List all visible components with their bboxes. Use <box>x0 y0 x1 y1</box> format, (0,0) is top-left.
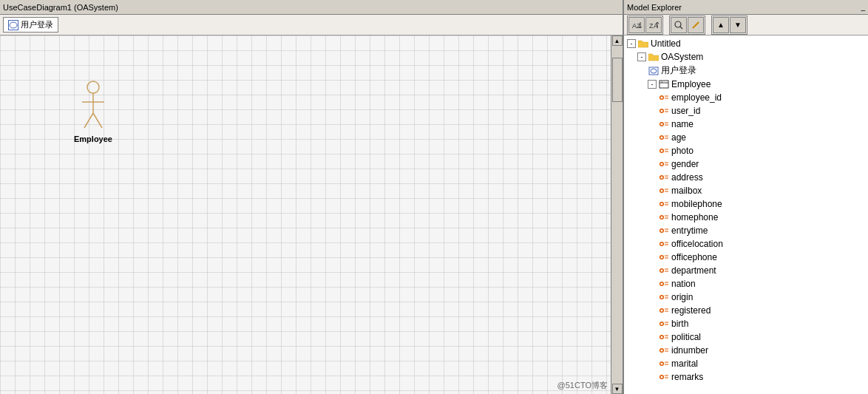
field-icon-officephone <box>658 251 670 263</box>
scroll-thumb[interactable] <box>612 58 623 102</box>
tree-node-political[interactable]: political <box>624 330 868 344</box>
action-group <box>669 16 705 35</box>
svg-point-20 <box>661 97 663 99</box>
tree-node-officephone[interactable]: officephone <box>624 251 868 264</box>
field-icon-age <box>658 132 670 143</box>
tree-node-photo[interactable]: photo <box>624 144 868 157</box>
svg-point-48 <box>661 190 663 192</box>
tree-node-idnumber[interactable]: idnumber <box>624 344 868 357</box>
svg-point-96 <box>661 350 663 352</box>
tree-node-marital[interactable]: marital <box>624 357 868 370</box>
nav-up-btn[interactable]: ▲ <box>713 17 729 33</box>
field-icon-employee_id <box>658 92 670 103</box>
field-icon-registered <box>658 305 670 316</box>
diagram-panel: 用户登录 <box>0 15 624 394</box>
right-title: Model Explorer _ <box>624 0 868 14</box>
diagram-toolbar: 用户登录 <box>0 15 623 35</box>
tree-node-mobilephone[interactable]: mobilephone <box>624 197 868 211</box>
svg-point-76 <box>661 283 663 285</box>
expand-oasystem[interactable]: - <box>637 52 646 61</box>
search-btn[interactable] <box>671 17 687 33</box>
label-origin: origin <box>671 292 693 302</box>
diagram-canvas-area: Employee @51CTO博客 ▲ ▼ <box>0 35 623 394</box>
svg-line-4 <box>84 113 93 128</box>
tree-node-nation[interactable]: nation <box>624 277 868 291</box>
field-icon-homephone <box>658 211 670 223</box>
field-icon-origin <box>658 291 670 303</box>
tree-node-employee[interactable]: - ✦ Employee <box>624 78 868 91</box>
minimize-icon[interactable]: _ <box>861 3 865 11</box>
label-age: age <box>671 132 686 143</box>
tree-node-gender[interactable]: gender <box>624 157 868 171</box>
tree-node-usecase[interactable]: 用户登录 <box>624 64 868 78</box>
node-usecase-label: 用户登录 <box>661 64 696 77</box>
tree-node-origin[interactable]: origin <box>624 291 868 304</box>
actor-svg <box>78 80 108 132</box>
tree-node-address[interactable]: address <box>624 171 868 184</box>
diagram-canvas[interactable]: Employee @51CTO博客 <box>0 35 611 394</box>
sort-asc-btn[interactable]: AZ <box>628 17 645 33</box>
label-name: name <box>671 119 694 129</box>
tree-node-homephone[interactable]: homephone <box>624 211 868 224</box>
tree-node-employee_id[interactable]: employee_id <box>624 91 868 104</box>
vertical-scrollbar[interactable]: ▲ ▼ <box>611 35 623 394</box>
wand-btn[interactable] <box>688 17 704 33</box>
tree-node-oasystem[interactable]: - OASystem <box>624 50 868 64</box>
svg-point-104 <box>661 376 663 378</box>
tree-node-mailbox[interactable]: mailbox <box>624 184 868 197</box>
label-gender: gender <box>671 159 699 169</box>
tree-node-age[interactable]: age <box>624 131 868 144</box>
field-icon-department <box>658 265 670 276</box>
field-icon-entrytime <box>658 225 670 237</box>
label-nation: nation <box>671 279 696 289</box>
expand-employee[interactable]: - <box>648 80 657 89</box>
scroll-up-btn[interactable]: ▲ <box>612 35 623 46</box>
label-photo: photo <box>671 146 694 156</box>
tree-node-remarks[interactable]: remarks <box>624 370 868 384</box>
sort-desc-btn[interactable]: ZA <box>645 17 662 33</box>
scroll-down-btn[interactable]: ▼ <box>612 384 623 394</box>
tree-node-officelocation[interactable]: officelocation <box>624 237 868 251</box>
label-remarks: remarks <box>671 372 703 382</box>
field-icon-birth <box>658 318 670 330</box>
svg-point-80 <box>661 296 663 299</box>
svg-point-36 <box>661 150 663 152</box>
node-oasystem-label: OASystem <box>661 52 703 62</box>
tree-node-user_id[interactable]: user_id <box>624 104 868 118</box>
tree-node-registered[interactable]: registered <box>624 304 868 317</box>
nav-down-btn[interactable]: ▼ <box>730 17 746 33</box>
label-employee_id: employee_id <box>671 92 722 103</box>
field-icon-address <box>658 171 670 183</box>
svg-text:✦: ✦ <box>661 81 663 84</box>
svg-point-68 <box>661 257 663 259</box>
node-untitled-label: Untitled <box>651 38 681 49</box>
label-mailbox: mailbox <box>671 186 702 196</box>
svg-point-52 <box>661 203 663 206</box>
tree-node-name[interactable]: name <box>624 118 868 131</box>
label-department: department <box>671 265 716 276</box>
tree-node-birth[interactable]: birth <box>624 317 868 330</box>
field-icon-remarks <box>658 371 670 383</box>
tree-node-department[interactable]: department <box>624 264 868 277</box>
field-icon-officelocation <box>658 238 670 250</box>
field-icon-photo <box>658 145 670 157</box>
svg-point-32 <box>661 137 663 139</box>
svg-point-0 <box>10 22 17 28</box>
field-icon-marital <box>658 358 670 370</box>
label-mobilephone: mobilephone <box>671 199 722 209</box>
svg-point-88 <box>661 323 663 325</box>
explorer-toolbar: AZ ZA ▲ <box>624 15 868 35</box>
label-idnumber: idnumber <box>671 345 708 356</box>
field-icon-idnumber <box>658 344 670 356</box>
tab-usecase-icon <box>8 20 18 30</box>
tree-node-untitled[interactable]: - Untitled <box>624 37 868 50</box>
tree-node-entrytime[interactable]: entrytime <box>624 224 868 237</box>
svg-point-92 <box>661 336 663 339</box>
svg-point-56 <box>661 217 663 219</box>
label-address: address <box>671 172 703 183</box>
diagram-tab[interactable]: 用户登录 <box>3 17 58 33</box>
expand-untitled[interactable]: - <box>627 39 636 48</box>
svg-point-12 <box>675 21 681 27</box>
actor-figure: Employee <box>74 80 112 143</box>
oasystem-icon <box>648 51 660 63</box>
